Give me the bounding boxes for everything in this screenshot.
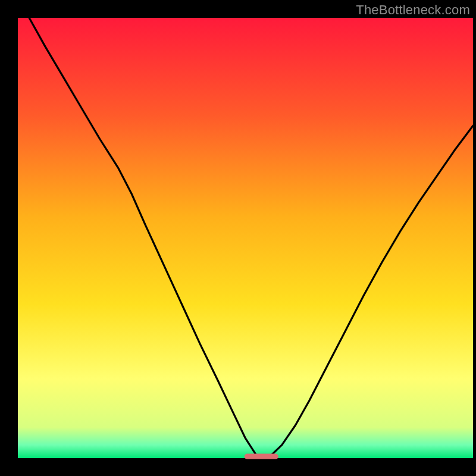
chart-frame: TheBottleneck.com [0,0,476,476]
optimum-marker [245,454,278,459]
plot-area [18,18,473,458]
watermark-text: TheBottleneck.com [356,2,470,18]
bottleneck-chart [0,0,476,476]
